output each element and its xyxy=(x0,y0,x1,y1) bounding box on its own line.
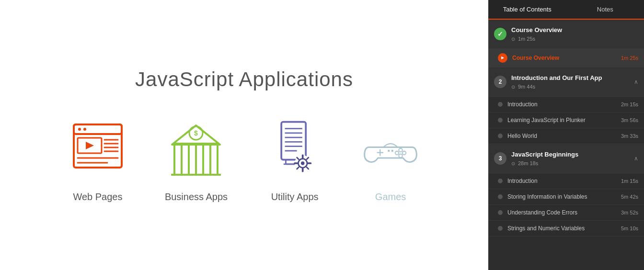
sidebar-content[interactable]: ✓ Course Overview 1m 25s Course Overview… xyxy=(488,20,644,270)
module-2-info: Introduction and Our First App 9m 44s xyxy=(511,74,630,90)
sidebar: Table of Contents Notes ✓ Course Overvie… xyxy=(488,0,644,270)
svg-point-44 xyxy=(399,148,402,152)
tab-notes[interactable]: Notes xyxy=(566,0,644,19)
module-3-header[interactable]: 3 JavaScript Beginnings 28m 18s ∧ xyxy=(488,144,644,173)
lesson-2-1-duration: 2m 15s xyxy=(621,101,638,107)
svg-point-45 xyxy=(402,151,406,155)
lesson-2-2-title: Learning JavaScript in Plunker xyxy=(507,117,621,124)
lesson-2-3-duration: 3m 33s xyxy=(621,133,638,139)
lesson-3-3-duration: 3m 52s xyxy=(621,210,638,215)
page-title: JavaScript Applications xyxy=(135,68,353,91)
lesson-3-2-row[interactable]: Storing Information in Variables 5m 42s xyxy=(488,189,644,205)
svg-text:$: $ xyxy=(195,129,198,137)
lesson-3-1-duration: 1m 15s xyxy=(621,178,638,184)
lesson-3-4-duration: 5m 10s xyxy=(621,225,638,231)
lesson-3-2-duration: 5m 42s xyxy=(621,194,638,200)
icon-item-web-pages: Web Pages xyxy=(69,120,126,202)
lesson-3-2-dot xyxy=(498,194,503,199)
lesson-1-1-row[interactable]: Course Overview 1m 25s xyxy=(488,49,644,68)
module-1-duration: 1m 25s xyxy=(511,36,638,42)
svg-point-46 xyxy=(395,151,399,155)
lesson-3-4-dot xyxy=(498,226,503,231)
svg-point-33 xyxy=(301,161,304,165)
tab-table-of-contents[interactable]: Table of Contents xyxy=(488,0,566,19)
utility-apps-label: Utility Apps xyxy=(271,191,319,202)
module-3-chevron: ∧ xyxy=(634,155,638,162)
lesson-3-3-dot xyxy=(498,210,503,215)
lesson-3-4-title: Strings and Numeric Variables xyxy=(507,225,621,232)
lesson-2-2-dot xyxy=(498,118,503,123)
module-3-duration: 28m 18s xyxy=(511,160,630,166)
lesson-2-3-row[interactable]: Hello World 3m 33s xyxy=(488,128,644,144)
lesson-2-2-row[interactable]: Learning JavaScript in Plunker 3m 56s xyxy=(488,112,644,128)
module-3-number: 3 xyxy=(494,152,506,165)
business-apps-icon: $ xyxy=(167,120,225,182)
module-2-header[interactable]: 2 Introduction and Our First App 9m 44s … xyxy=(488,68,644,97)
web-pages-icon xyxy=(69,120,126,182)
svg-point-3 xyxy=(83,128,86,131)
lesson-3-2-title: Storing Information in Variables xyxy=(507,193,621,200)
module-2-chevron: ∧ xyxy=(634,79,638,85)
svg-rect-0 xyxy=(74,124,122,168)
svg-marker-5 xyxy=(86,142,94,149)
module-1-header[interactable]: ✓ Course Overview 1m 25s xyxy=(488,20,644,49)
sidebar-tabs: Table of Contents Notes xyxy=(488,0,644,20)
lesson-2-1-dot xyxy=(498,102,503,107)
lesson-2-2-duration: 3m 56s xyxy=(621,117,638,123)
module-3-clock-icon xyxy=(511,160,517,166)
lesson-3-3-title: Understanding Code Errors xyxy=(507,209,621,216)
module-1-clock-icon xyxy=(511,36,517,42)
lesson-3-1-title: Introduction xyxy=(507,178,621,184)
business-apps-label: Business Apps xyxy=(165,191,228,202)
lesson-2-3-dot xyxy=(498,134,503,138)
svg-rect-22 xyxy=(281,122,306,159)
module-1-number: ✓ xyxy=(494,28,506,40)
module-2-number: 2 xyxy=(494,76,506,88)
icon-item-games: Games xyxy=(362,120,419,202)
lesson-1-1-dot xyxy=(498,53,507,63)
module-2-clock-icon xyxy=(511,84,517,90)
lesson-3-4-row[interactable]: Strings and Numeric Variables 5m 10s xyxy=(488,221,644,236)
icon-item-utility-apps: Utility Apps xyxy=(266,120,323,202)
lesson-3-3-row[interactable]: Understanding Code Errors 3m 52s xyxy=(488,205,644,221)
lesson-2-1-title: Introduction xyxy=(507,101,621,108)
module-3-info: JavaScript Beginnings 28m 18s xyxy=(511,151,630,166)
lesson-3-1-dot xyxy=(498,179,503,183)
module-3-title: JavaScript Beginnings xyxy=(511,151,630,159)
lesson-2-3-title: Hello World xyxy=(507,133,621,139)
lesson-1-1-title: Course Overview xyxy=(512,55,621,61)
module-2-duration: 9m 44s xyxy=(511,84,630,90)
module-1-info: Course Overview 1m 25s xyxy=(511,26,638,42)
main-content: JavaScript Applications xyxy=(0,0,488,270)
module-1-title: Course Overview xyxy=(511,26,638,34)
module-2-title: Introduction and Our First App xyxy=(511,74,630,82)
web-pages-label: Web Pages xyxy=(73,191,122,202)
lesson-2-1-row[interactable]: Introduction 2m 15s xyxy=(488,97,644,112)
svg-point-2 xyxy=(78,128,81,131)
svg-point-47 xyxy=(399,154,402,158)
svg-point-49 xyxy=(391,149,394,152)
icons-row: Web Pages $ Business Apps xyxy=(69,120,419,202)
utility-apps-icon xyxy=(266,120,323,182)
svg-point-48 xyxy=(388,149,390,152)
lesson-1-1-duration: 1m 25s xyxy=(621,55,638,61)
lesson-3-1-row[interactable]: Introduction 1m 15s xyxy=(488,173,644,189)
icon-item-business-apps: $ Business Apps xyxy=(165,120,228,202)
games-icon xyxy=(362,120,419,182)
games-label: Games xyxy=(375,191,406,202)
